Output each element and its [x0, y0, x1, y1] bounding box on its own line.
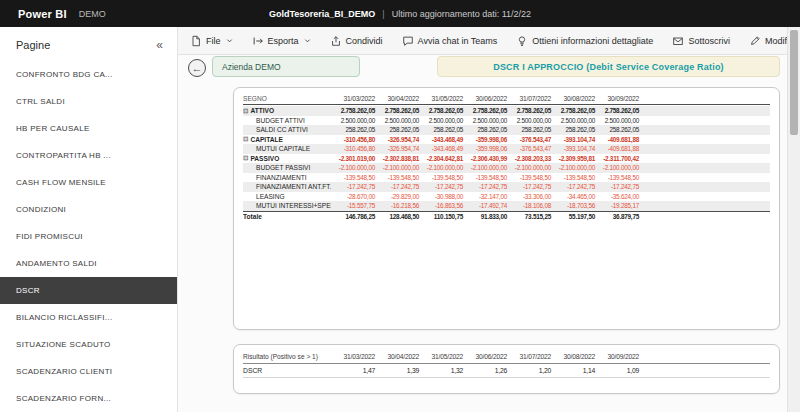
- share-icon: [330, 35, 342, 47]
- matrix-row-totale[interactable]: Totale146.786,25128.468,50110.150,7591.8…: [243, 211, 770, 222]
- matrix-cell: -2.308.203,33: [507, 155, 551, 162]
- sidebar-item-scadenzario-clienti[interactable]: SCADENZARIO CLIENTI: [0, 358, 177, 385]
- sidebar-item-scadenzario-forn[interactable]: SCADENZARIO FORN...: [0, 385, 177, 412]
- matrix-cell: -139.548,50: [419, 174, 463, 181]
- matrix-cell: -393.104,74: [551, 136, 595, 143]
- column-header-date: 31/05/2022: [419, 95, 463, 102]
- matrix-cell: 110.150,75: [419, 213, 463, 220]
- matrix-cell: 128.468,50: [375, 213, 419, 220]
- matrix-row-mutui-capitale[interactable]: MUTUI CAPITALE-310.456,80-326.954,74-343…: [243, 144, 770, 154]
- matrix-row-budget-passivi[interactable]: BUDGET PASSIVI-2.100.000,00-2.100.000,00…: [243, 163, 770, 173]
- row-label: MUTUI INTERESSI+SPESE: [243, 202, 331, 209]
- matrix-cell: -376.543,47: [507, 145, 551, 152]
- matrix-cell: 2.758.262,05: [331, 107, 375, 114]
- powerbi-logo[interactable]: Power BI: [18, 8, 67, 20]
- matrix-cell: 2.758.262,05: [419, 107, 463, 114]
- vertical-scrollbar[interactable]: [787, 27, 800, 412]
- sidebar-item-ctrl-saldi[interactable]: CTRL SALDI: [0, 88, 177, 115]
- collapse-sidebar-icon[interactable]: «: [156, 38, 163, 52]
- matrix-cell: -139.548,50: [331, 174, 375, 181]
- dscr-matrix-visual: SEGNO 31/03/202230/04/202231/05/202230/0…: [233, 87, 780, 330]
- scrollbar-thumb[interactable]: [790, 30, 798, 135]
- matrix-row-capitale[interactable]: ⊟CAPITALE-310.456,80-326.954,74-343.468,…: [243, 135, 770, 145]
- matrix-row-passivo[interactable]: ⊟PASSIVO-2.301.019,00-2.302.838,81-2.304…: [243, 154, 770, 164]
- toolbar-label: Modifica: [765, 36, 787, 46]
- sidebar-item-hb-per-causale[interactable]: HB PER CAUSALE: [0, 115, 177, 142]
- matrix-cell: 258.262,05: [507, 126, 551, 133]
- sidebar-item-condizioni[interactable]: CONDIZIONI: [0, 196, 177, 223]
- row-label: FINANZIAMENTI ANT.FT.: [243, 183, 331, 190]
- sidebar-item-bilancio-riclassifi[interactable]: BILANCIO RICLASSIFI...: [0, 304, 177, 331]
- matrix-cell: -2.100.000,00: [375, 164, 419, 171]
- matrix-cell: 91.833,00: [463, 213, 507, 220]
- envelope-icon: [672, 35, 684, 47]
- collapse-icon[interactable]: ⊟: [243, 136, 248, 143]
- row-label: BUDGET ATTIVI: [243, 117, 331, 124]
- toolbar-avvia-chat-in-teams-button[interactable]: Avvia chat in Teams: [402, 35, 498, 47]
- matrix-cell: -2.100.000,00: [507, 164, 551, 171]
- result-cell: 1,32: [419, 367, 463, 374]
- matrix-cell: -2.301.019,00: [331, 155, 375, 162]
- sidebar-item-confronto-bdg-ca[interactable]: CONFRONTO BDG CA...: [0, 61, 177, 88]
- row-label: MUTUI CAPITALE: [243, 145, 331, 152]
- toolbar-ottieni-informazioni-dettagliate-button[interactable]: Ottieni informazioni dettagliate: [516, 35, 653, 47]
- matrix-cell: -32.147,00: [463, 193, 507, 200]
- matrix-cell: 55.197,50: [551, 213, 595, 220]
- matrix-cell: 2.500.000,00: [551, 117, 595, 124]
- toolbar-condividi-button[interactable]: Condividi: [330, 35, 383, 47]
- lightbulb-icon: [516, 35, 528, 47]
- sidebar-item-cash-flow-mensile[interactable]: CASH FLOW MENSILE: [0, 169, 177, 196]
- report-name: GoldTesoreria_BI_DEMO: [269, 9, 375, 19]
- collapse-icon[interactable]: ⊟: [243, 108, 248, 115]
- collapse-icon[interactable]: ⊟: [243, 155, 248, 162]
- sidebar-item-situazione-scaduto[interactable]: SITUAZIONE SCADUTO: [0, 331, 177, 358]
- sidebar-item-dscr[interactable]: DSCR: [0, 277, 177, 304]
- sidebar-item-andamento-saldi[interactable]: ANDAMENTO SALDI: [0, 250, 177, 277]
- matrix-cell: 258.262,05: [463, 126, 507, 133]
- matrix-row-finanziamenti-ant-ft[interactable]: FINANZIAMENTI ANT.FT.-17.242,75-17.242,7…: [243, 182, 770, 192]
- company-slicer[interactable]: Azienda DEMO: [212, 56, 360, 77]
- result-cell: 1,26: [463, 367, 507, 374]
- matrix-cell: -2.100.000,00: [595, 164, 639, 171]
- toolbar-sottoscrivi-button[interactable]: Sottoscrivi: [672, 35, 730, 47]
- toolbar-label: Ottieni informazioni dettagliate: [532, 36, 653, 46]
- matrix-cell: -139.548,50: [595, 174, 639, 181]
- matrix-cell: -16.218,56: [375, 202, 419, 209]
- matrix-row-saldi-cc-attivi[interactable]: SALDI CC ATTIVI258.262,05258.262,05258.2…: [243, 125, 770, 135]
- matrix-cell: -2.311.700,42: [595, 155, 639, 162]
- back-button[interactable]: ←: [188, 59, 206, 77]
- pages-title: Pagine: [16, 39, 50, 51]
- matrix-cell: -19.285,17: [595, 202, 639, 209]
- row-label: ⊟CAPITALE: [243, 136, 331, 143]
- row-label: BUDGET PASSIVI: [243, 164, 331, 171]
- matrix-cell: -2.309.959,81: [551, 155, 595, 162]
- matrix-cell: 2.758.262,05: [595, 107, 639, 114]
- matrix-cell: -18.703,56: [551, 202, 595, 209]
- matrix-cell: -17.242,75: [375, 183, 419, 190]
- matrix-cell: 2.500.000,00: [463, 117, 507, 124]
- matrix-row-attivo[interactable]: ⊟ATTIVO2.758.262,052.758.262,052.758.262…: [243, 106, 770, 116]
- matrix-row-leasing[interactable]: LEASING-28.670,00-29.829,00-30.988,00-32…: [243, 192, 770, 202]
- matrix-row-mutui-interessi-spese[interactable]: MUTUI INTERESSI+SPESE-15.557,75-16.218,5…: [243, 201, 770, 211]
- sidebar-item-contropartita-hb[interactable]: CONTROPARTITA HB ...: [0, 142, 177, 169]
- matrix-cell: -2.304.642,81: [419, 155, 463, 162]
- result-table-row[interactable]: DSCR 1,471,391,321,261,201,141,09: [243, 364, 770, 378]
- matrix-row-budget-attivi[interactable]: BUDGET ATTIVI2.500.000,002.500.000,002.5…: [243, 116, 770, 126]
- sidebar-item-fidi-promiscui[interactable]: FIDI PROMISCUI: [0, 223, 177, 250]
- matrix-cell: -34.465,00: [551, 193, 595, 200]
- toolbar-file-button[interactable]: File: [190, 35, 233, 47]
- matrix-cell: -326.954,74: [375, 136, 419, 143]
- matrix-row-finanziamenti[interactable]: FINANZIAMENTI-139.548,50-139.548,50-139.…: [243, 173, 770, 183]
- result-header-label: Risultato (Positivo se > 1): [243, 353, 331, 360]
- toolbar-label: Avvia chat in Teams: [418, 36, 498, 46]
- toolbar-esporta-button[interactable]: Esporta: [252, 35, 311, 47]
- result-row-values: 1,471,391,321,261,201,141,09: [331, 367, 639, 374]
- column-header-date: 30/09/2022: [595, 95, 639, 102]
- matrix-cell: -409.681,88: [595, 145, 639, 152]
- matrix-cell: 258.262,05: [375, 126, 419, 133]
- matrix-cell: 2.500.000,00: [331, 117, 375, 124]
- toolbar-modifica-button[interactable]: Modifica: [749, 35, 787, 47]
- matrix-cell: -2.306.430,99: [463, 155, 507, 162]
- matrix-cell: -343.468,49: [419, 136, 463, 143]
- matrix-cell: 73.515,25: [507, 213, 551, 220]
